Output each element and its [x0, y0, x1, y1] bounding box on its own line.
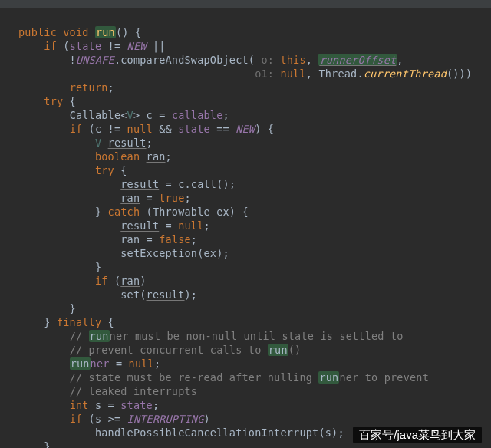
const-new: NEW [127, 40, 147, 52]
keyword-catch: catch [108, 206, 140, 218]
param-hint-o1: o1: [255, 68, 280, 80]
var-ran: ran [147, 150, 166, 163]
class-throwable: Throwable [153, 206, 210, 218]
var-ran: ran [120, 233, 140, 245]
var-ex: ex [204, 247, 217, 259]
keyword-if: if [70, 413, 83, 425]
keyword-boolean: boolean [95, 150, 140, 163]
var-result: result [108, 137, 147, 149]
method-run: run [95, 26, 116, 38]
keyword-if: if [70, 123, 83, 135]
method-hpc: handlePossibleCancellationInterrupt [95, 427, 318, 439]
var-s: s [95, 399, 101, 411]
keyword-try: try [44, 95, 63, 107]
highlight-run: run [268, 344, 288, 356]
keyword-finally: finally [57, 316, 101, 328]
var-ran: ran [120, 275, 140, 287]
method-cas: compareAndSwapObject [120, 54, 249, 66]
var-result: result [120, 178, 159, 190]
keyword-try: try [95, 164, 114, 176]
keyword-true: true [159, 192, 184, 204]
method-set: set [120, 288, 140, 301]
comment: // leaked interrupts [70, 385, 198, 397]
comment: ner must be non-null until state is sett… [110, 330, 404, 342]
keyword-null: null [127, 123, 153, 135]
keyword-void: void [63, 26, 88, 38]
keyword-null: null [129, 357, 154, 370]
watermark: 百家号/java菜鸟到大家 [353, 427, 482, 443]
method-call: call [191, 178, 216, 190]
keyword-false: false [159, 233, 191, 245]
var-result: result [147, 288, 185, 301]
keyword-this: this [280, 54, 305, 66]
keyword-int: int [70, 399, 89, 411]
method-currentthread: currentThread [364, 68, 447, 80]
var-c: c [178, 178, 184, 190]
field-state: state [120, 399, 153, 411]
param-hint-o: o: [261, 54, 280, 66]
field-runner: ner [91, 357, 110, 370]
var-result: result [120, 219, 159, 232]
code-editor[interactable]: public void run() { if (state != NEW || … [0, 8, 491, 448]
type-v: V [95, 137, 101, 149]
keyword-public: public [18, 26, 57, 38]
var-c: c [95, 123, 101, 135]
field-state: state [178, 123, 210, 135]
var-s: s [325, 427, 331, 439]
var-ran: ran [120, 192, 140, 204]
comment: // prevent concurrent calls to [70, 344, 268, 356]
field-unsafe: UNSAFE [76, 54, 114, 66]
var-ex: ex [216, 206, 229, 218]
field-runneroffset: runnerOffset [318, 54, 397, 66]
toolbar [0, 0, 491, 8]
comment: // state must be re-read after nulling [70, 371, 319, 384]
comment: // [70, 330, 89, 342]
keyword-if: if [44, 40, 57, 52]
class-thread: Thread [318, 68, 357, 80]
const-interrupting: INTERRUPTING [127, 413, 204, 425]
keyword-return: return [70, 81, 108, 94]
highlight-run: run [70, 357, 91, 370]
method-setexception: setException [120, 247, 197, 259]
const-new: NEW [236, 123, 255, 135]
highlight-run: run [89, 330, 110, 342]
field-callable: callable [172, 109, 223, 121]
class-callable: Callable [70, 109, 121, 121]
highlight-run: run [318, 371, 339, 384]
comment: ner to prevent [339, 371, 429, 384]
comment: () [288, 344, 302, 356]
var-s: s [95, 413, 101, 425]
var-c: c [147, 109, 153, 121]
type-v: V [127, 109, 133, 121]
keyword-null: null [280, 68, 305, 80]
keyword-if: if [95, 275, 108, 287]
field-state: state [70, 40, 102, 52]
keyword-null: null [178, 219, 203, 232]
